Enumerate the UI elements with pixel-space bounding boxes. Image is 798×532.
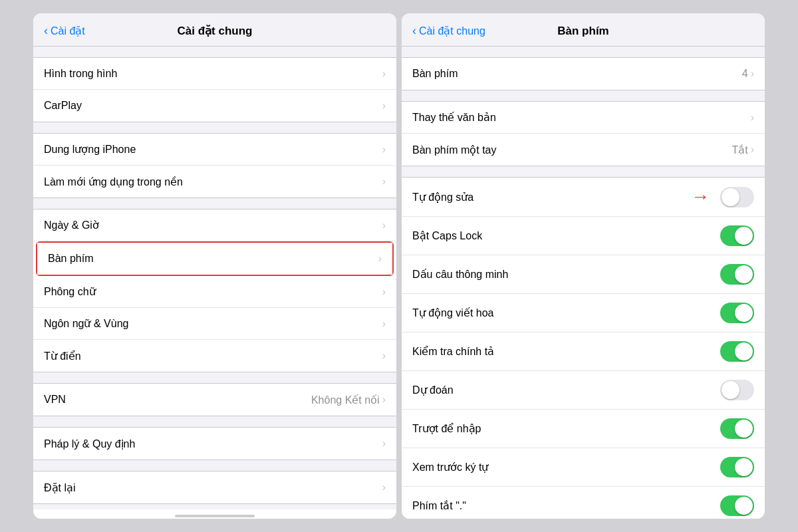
main-container: ‹ Cài đặt Cài đặt chung Hình trong hình … [33, 13, 765, 519]
chevron-icon: › [382, 318, 386, 330]
left-back-button[interactable]: ‹ Cài đặt [44, 24, 85, 38]
toggle-knob [722, 381, 739, 399]
highlighted-banphim: Bàn phím › [36, 241, 394, 276]
left-nav-title: Cài đặt chung [178, 24, 253, 38]
chevron-icon: › [382, 350, 386, 362]
list-item-datLai[interactable]: Đặt lại › [33, 471, 396, 503]
left-group3: Ngày & Giờ › Bàn phím › [33, 209, 396, 372]
list-item-motTay[interactable]: Bàn phím một tay Tắt › [402, 134, 765, 166]
right-nav-header: ‹ Cài đặt chung Bàn phím [402, 13, 765, 47]
home-indicator [33, 509, 396, 519]
list-item-dungLuong[interactable]: Dung lượng iPhone › [33, 134, 396, 166]
left-group1: Hình trong hình › CarPlay › [33, 57, 396, 122]
list-item-batCapsLock: Bật Caps Lock [402, 217, 765, 255]
chevron-icon: › [382, 394, 386, 406]
toggle-knob [735, 265, 753, 283]
list-item-vpn[interactable]: VPN Không Kết nối › [33, 384, 396, 416]
toggle-tuDongSua[interactable] [720, 187, 754, 207]
chevron-icon: › [382, 481, 386, 493]
right-group3: Tự động sửa → Bật Caps Lock [402, 177, 765, 519]
toggle-phimTat[interactable] [720, 495, 754, 516]
right-group1: Bàn phím 4 › [402, 57, 765, 90]
left-group2: Dung lượng iPhone › Làm mới ứng dụng tro… [33, 133, 396, 198]
right-back-button[interactable]: ‹ Cài đặt chung [412, 24, 485, 38]
toggle-dauCau[interactable] [720, 264, 754, 285]
left-settings-list: Hình trong hình › CarPlay › [33, 47, 396, 519]
list-item-tuDien[interactable]: Từ điển › [33, 340, 396, 372]
home-bar [175, 515, 255, 517]
chevron-icon: › [382, 286, 386, 298]
toggle-truot[interactable] [720, 418, 754, 439]
chevron-icon: › [382, 219, 386, 231]
list-item-ngayGio[interactable]: Ngày & Giờ › [33, 209, 396, 241]
toggle-kiemTra[interactable] [720, 341, 754, 362]
right-back-chevron-icon: ‹ [412, 24, 416, 38]
left-panel: ‹ Cài đặt Cài đặt chung Hình trong hình … [33, 13, 396, 519]
right-nav-title: Bàn phím [557, 25, 608, 38]
toggle-knob [735, 420, 753, 438]
toggle-knob [735, 458, 753, 476]
list-item-ngonNgu[interactable]: Ngôn ngữ & Vùng › [33, 308, 396, 340]
list-item-thayThe[interactable]: Thay thế văn bản › [402, 102, 765, 134]
right-group2: Thay thế văn bản › Bàn phím một tay Tắt … [402, 101, 765, 166]
chevron-icon: › [382, 100, 386, 112]
chevron-icon: › [751, 144, 754, 156]
right-back-label: Cài đặt chung [419, 25, 485, 37]
chevron-icon: › [382, 438, 386, 450]
left-group5: Pháp lý & Quy định › [33, 427, 396, 460]
red-arrow-icon: → [691, 186, 710, 207]
list-item-phapLy[interactable]: Pháp lý & Quy định › [33, 428, 396, 460]
chevron-icon: › [751, 68, 754, 80]
left-back-chevron-icon: ‹ [44, 24, 48, 38]
toggle-knob [735, 304, 753, 322]
list-item-truot: Trượt để nhập [402, 410, 765, 448]
list-item-tuDongVietHoa: Tự động viết hoa [402, 294, 765, 332]
chevron-icon: › [378, 253, 382, 265]
left-settings-scroll: Hình trong hình › CarPlay › [33, 47, 396, 519]
right-settings-scroll: Bàn phím 4 › Thay thế văn bản › [402, 47, 765, 519]
toggle-xemTruoc[interactable] [720, 457, 754, 477]
right-settings-list: Bàn phím 4 › Thay thế văn bản › [402, 47, 765, 519]
left-group6: Đặt lại › [33, 471, 396, 504]
list-item-phimTat: Phím tắt "." [402, 487, 765, 519]
list-item-phongChu[interactable]: Phông chữ › [33, 276, 396, 308]
chevron-icon: › [751, 112, 754, 124]
chevron-icon: › [382, 68, 386, 80]
list-item-banPhimCount[interactable]: Bàn phím 4 › [402, 58, 765, 90]
toggle-knob [735, 497, 753, 515]
list-item-dauCau: Dấu câu thông minh [402, 255, 765, 294]
toggle-knob [722, 188, 739, 206]
toggle-knob [735, 342, 753, 360]
toggle-duDoan[interactable] [720, 380, 754, 400]
toggle-tuDongVietHoa[interactable] [720, 303, 754, 323]
list-item-duDoan: Dự đoán [402, 371, 765, 410]
list-item-lamMoi[interactable]: Làm mới ứng dụng trong nền › [33, 166, 396, 198]
list-item-xemTruoc: Xem trước ký tự [402, 448, 765, 487]
left-nav-header: ‹ Cài đặt Cài đặt chung [33, 13, 396, 47]
list-item-carplay[interactable]: CarPlay › [33, 90, 396, 122]
toggle-knob [735, 227, 753, 245]
list-item-banPhim[interactable]: Bàn phím › [37, 243, 392, 275]
chevron-icon: › [382, 176, 386, 188]
left-group4: VPN Không Kết nối › [33, 383, 396, 416]
list-item-tuDongSua: Tự động sửa → [402, 178, 765, 217]
list-item-kiemTra: Kiểm tra chính tả [402, 332, 765, 371]
list-item-hinhTrongHinh[interactable]: Hình trong hình › [33, 58, 396, 90]
chevron-icon: › [382, 144, 386, 156]
toggle-batCapsLock[interactable] [720, 225, 754, 246]
left-back-label: Cài đặt [51, 25, 85, 37]
right-panel: ‹ Cài đặt chung Bàn phím Bàn phím 4 › [402, 13, 765, 519]
